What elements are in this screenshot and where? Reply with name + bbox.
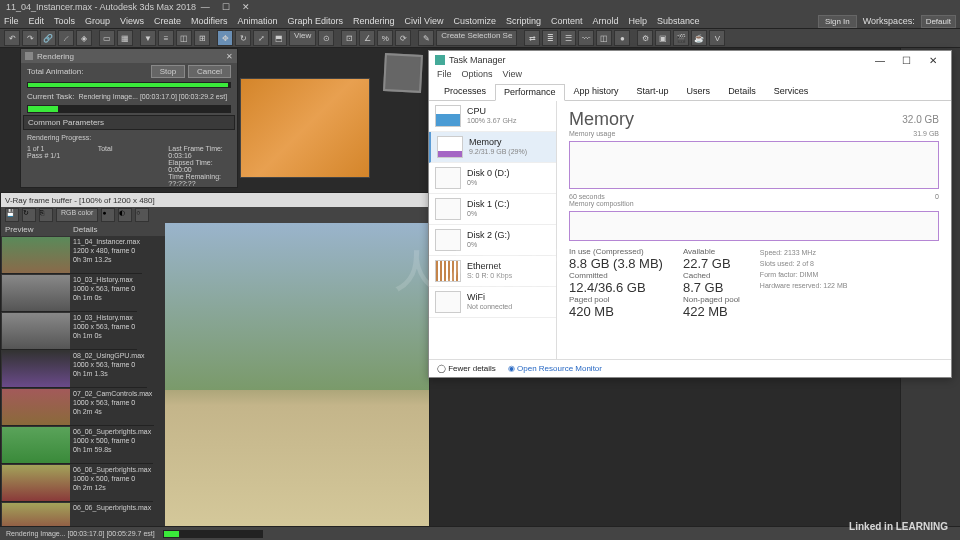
bind-icon[interactable]: ◈: [76, 30, 92, 46]
render-frame-icon[interactable]: ▣: [655, 30, 671, 46]
pivot-icon[interactable]: ⊙: [318, 30, 334, 46]
place-icon[interactable]: ⬒: [271, 30, 287, 46]
menu-substance[interactable]: Substance: [657, 16, 700, 26]
rgb-icon[interactable]: ●: [101, 208, 115, 222]
layers-icon[interactable]: ☰: [560, 30, 576, 46]
side-disk2[interactable]: Disk 2 (G:)0%: [429, 225, 556, 256]
side-memory[interactable]: Memory9.2/31.9 GB (29%): [429, 132, 556, 163]
window-crossing-icon[interactable]: ⊞: [194, 30, 210, 46]
tab-performance[interactable]: Performance: [495, 84, 565, 101]
side-wifi[interactable]: WiFiNot connected: [429, 287, 556, 318]
side-ethernet[interactable]: EthernetS: 0 R: 0 Kbps: [429, 256, 556, 287]
memory-composition-graph[interactable]: [569, 211, 939, 241]
signin-button[interactable]: Sign In: [818, 15, 857, 28]
side-disk0[interactable]: Disk 0 (D:)0%: [429, 163, 556, 194]
history-item[interactable]: 06_06_Superbrights.max1000 x 500, frame …: [1, 426, 153, 464]
undo-icon[interactable]: ↶: [4, 30, 20, 46]
vray-titlebar[interactable]: V-Ray frame buffer - [100% of 1200 x 480…: [1, 193, 429, 207]
tab-apphistory[interactable]: App history: [565, 83, 628, 100]
close-icon[interactable]: ✕: [226, 52, 233, 61]
workspaces-dropdown[interactable]: Default: [921, 15, 956, 28]
reload-icon[interactable]: ↻: [22, 208, 36, 222]
schematic-icon[interactable]: ◫: [596, 30, 612, 46]
material-icon[interactable]: ●: [614, 30, 630, 46]
menu-content[interactable]: Content: [551, 16, 583, 26]
alpha-icon[interactable]: ◐: [118, 208, 132, 222]
menu-grapheditors[interactable]: Graph Editors: [287, 16, 343, 26]
fewer-details-link[interactable]: ◯ Fewer details: [437, 364, 496, 373]
history-item[interactable]: 10_03_History.max1000 x 563, frame 00h 1…: [1, 274, 137, 312]
menu-customize[interactable]: Customize: [453, 16, 496, 26]
menu-views[interactable]: Views: [120, 16, 144, 26]
menu-edit[interactable]: Edit: [29, 16, 45, 26]
menu-help[interactable]: Help: [628, 16, 647, 26]
tm-menu-options[interactable]: Options: [462, 69, 493, 83]
mirror-icon[interactable]: ⇄: [524, 30, 540, 46]
maximize-button[interactable]: ☐: [894, 55, 918, 66]
percent-snap-icon[interactable]: %: [377, 30, 393, 46]
tab-startup[interactable]: Start-up: [628, 83, 678, 100]
teapot-icon[interactable]: ☕: [691, 30, 707, 46]
history-item[interactable]: 06_06_Superbrights.max: [1, 502, 153, 527]
history-item[interactable]: 10_03_History.max1000 x 563, frame 00h 1…: [1, 312, 137, 350]
channel-dropdown[interactable]: RGB color: [56, 208, 98, 222]
render-icon[interactable]: 🎬: [673, 30, 689, 46]
memory-usage-graph[interactable]: [569, 141, 939, 189]
scale-icon[interactable]: ⤢: [253, 30, 269, 46]
rendering-dialog-titlebar[interactable]: Rendering ✕: [21, 49, 237, 63]
taskman-titlebar[interactable]: Task Manager — ☐ ✕: [429, 51, 951, 69]
minimize-button[interactable]: —: [868, 55, 892, 66]
menu-modifiers[interactable]: Modifiers: [191, 16, 228, 26]
save-icon[interactable]: 💾: [5, 208, 19, 222]
stop-button[interactable]: Stop: [151, 65, 185, 78]
tm-menu-view[interactable]: View: [503, 69, 522, 83]
refcoord-dropdown[interactable]: View: [289, 30, 316, 46]
rotate-icon[interactable]: ↻: [235, 30, 251, 46]
menu-create[interactable]: Create: [154, 16, 181, 26]
menu-tools[interactable]: Tools: [54, 16, 75, 26]
resource-monitor-link[interactable]: ◉ Open Resource Monitor: [508, 364, 602, 373]
select-all-icon[interactable]: ▦: [117, 30, 133, 46]
selection-set-dropdown[interactable]: Create Selection Se: [436, 30, 517, 46]
tab-users[interactable]: Users: [678, 83, 720, 100]
tab-details[interactable]: Details: [719, 83, 765, 100]
history-item[interactable]: 11_04_Instancer.max1200 x 480, frame 00h…: [1, 236, 142, 274]
menu-rendering[interactable]: Rendering: [353, 16, 395, 26]
vray-viewport[interactable]: [165, 223, 429, 527]
link-icon[interactable]: 🔗: [40, 30, 56, 46]
menu-scripting[interactable]: Scripting: [506, 16, 541, 26]
menu-group[interactable]: Group: [85, 16, 110, 26]
align-icon[interactable]: ≣: [542, 30, 558, 46]
history-item[interactable]: 07_02_CamControls.max1000 x 563, frame 0…: [1, 388, 154, 426]
menu-animation[interactable]: Animation: [237, 16, 277, 26]
menu-file[interactable]: File: [4, 16, 19, 26]
side-cpu[interactable]: CPU100% 3.67 GHz: [429, 101, 556, 132]
select-name-icon[interactable]: ≡: [158, 30, 174, 46]
common-parameters-header[interactable]: Common Parameters: [28, 118, 104, 127]
curve-editor-icon[interactable]: 〰: [578, 30, 594, 46]
vray-icon[interactable]: V: [709, 30, 725, 46]
close-button[interactable]: ✕: [237, 2, 255, 12]
viewcube[interactable]: [383, 53, 423, 93]
tm-menu-file[interactable]: File: [437, 69, 452, 83]
render-setup-icon[interactable]: ⚙: [637, 30, 653, 46]
spinner-snap-icon[interactable]: ⟳: [395, 30, 411, 46]
history-item[interactable]: 06_06_Superbrights.max1000 x 500, frame …: [1, 464, 153, 502]
snap-icon[interactable]: ⊡: [341, 30, 357, 46]
angle-snap-icon[interactable]: ∠: [359, 30, 375, 46]
edit-selection-icon[interactable]: ✎: [418, 30, 434, 46]
minimize-button[interactable]: —: [196, 2, 214, 12]
select-icon[interactable]: ▭: [99, 30, 115, 46]
menu-arnold[interactable]: Arnold: [592, 16, 618, 26]
redo-icon[interactable]: ↷: [22, 30, 38, 46]
menu-civilview[interactable]: Civil View: [405, 16, 444, 26]
mono-icon[interactable]: ○: [135, 208, 149, 222]
cancel-button[interactable]: Cancel: [188, 65, 231, 78]
history-item[interactable]: 08_02_UsingGPU.max1000 x 563, frame 00h …: [1, 350, 147, 388]
copy-icon[interactable]: ⎘: [39, 208, 53, 222]
select-region-icon[interactable]: ◫: [176, 30, 192, 46]
maximize-button[interactable]: ☐: [217, 2, 235, 12]
select-filter-icon[interactable]: ▼: [140, 30, 156, 46]
close-button[interactable]: ✕: [921, 55, 945, 66]
tab-processes[interactable]: Processes: [435, 83, 495, 100]
